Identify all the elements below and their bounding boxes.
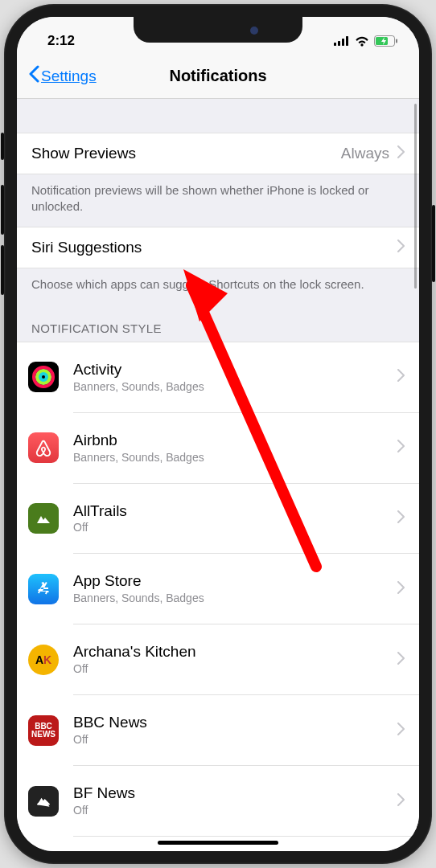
app-name: AllTrails: [73, 503, 389, 520]
back-label: Settings: [41, 68, 97, 85]
airbnb-icon: [28, 432, 59, 463]
app-row-bfnews[interactable]: BF NewsOff: [17, 766, 419, 836]
chevron-right-icon: [389, 641, 405, 679]
notification-style-header: NOTIFICATION STYLE: [17, 304, 419, 342]
volume-up-button[interactable]: [1, 185, 4, 235]
bbc-icon: BBCNEWS: [28, 715, 59, 746]
chevron-right-icon: [397, 145, 405, 162]
app-subtitle: Off: [73, 662, 389, 675]
app-row-appstore[interactable]: App StoreBanners, Sounds, Badges: [17, 554, 419, 624]
svg-rect-0: [334, 43, 336, 46]
battery-charging-icon: [374, 35, 398, 47]
cellular-signal-icon: [334, 36, 350, 46]
phone-screen: 2:12 Settings Notifications: [17, 17, 419, 851]
show-previews-footer: Notification previews will be shown whet…: [17, 174, 419, 227]
chevron-right-icon: [397, 240, 405, 256]
bfnews-icon: [28, 786, 59, 817]
show-previews-value: Always: [341, 145, 389, 162]
chevron-right-icon: [389, 358, 405, 396]
alltrails-icon: [28, 503, 59, 534]
app-row-airbnb[interactable]: AirbnbBanners, Sounds, Badges: [17, 413, 419, 483]
volume-down-button[interactable]: [1, 245, 4, 295]
appstore-icon: [28, 574, 59, 604]
home-indicator[interactable]: [158, 841, 278, 845]
app-name: App Store: [73, 573, 389, 590]
app-name: Airbnb: [73, 432, 389, 449]
nav-bar: Settings Notifications: [17, 54, 419, 99]
app-subtitle: Off: [73, 804, 389, 817]
app-subtitle: Off: [73, 733, 389, 746]
scroll-indicator: [414, 104, 417, 289]
siri-suggestions-label: Siri Suggestions: [31, 239, 397, 256]
status-time: 2:12: [47, 33, 75, 49]
chevron-left-icon: [28, 65, 39, 87]
svg-rect-3: [346, 36, 348, 46]
app-name: Archana's Kitchen: [73, 644, 389, 661]
phone-frame: 2:12 Settings Notifications: [4, 4, 432, 864]
app-row-archanas[interactable]: AKArchana's KitchenOff: [17, 624, 419, 694]
app-subtitle: Banners, Sounds, Badges: [73, 380, 389, 393]
app-row-alltrails[interactable]: AllTrailsOff: [17, 484, 419, 554]
mute-switch[interactable]: [1, 133, 4, 160]
power-button[interactable]: [432, 205, 435, 282]
svg-rect-1: [338, 41, 340, 46]
chevron-right-icon: [389, 711, 405, 750]
wifi-icon: [355, 36, 369, 47]
svg-rect-5: [376, 37, 388, 45]
status-right: [334, 35, 398, 47]
chevron-right-icon: [389, 570, 405, 608]
app-subtitle: Banners, Sounds, Badges: [73, 451, 389, 464]
siri-suggestions-footer: Choose which apps can suggest Shortcuts …: [17, 268, 419, 304]
archanas-icon: AK: [28, 645, 59, 675]
app-row-activity[interactable]: ActivityBanners, Sounds, Badges: [17, 342, 419, 412]
app-subtitle: Banners, Sounds, Badges: [73, 592, 389, 604]
svg-rect-2: [342, 39, 344, 46]
app-name: BF News: [73, 785, 389, 802]
app-subtitle: Off: [73, 521, 389, 534]
app-name: BBC News: [73, 714, 389, 731]
chevron-right-icon: [389, 782, 405, 821]
app-name: Activity: [73, 362, 389, 379]
chevron-right-icon: [389, 499, 405, 538]
show-previews-cell[interactable]: Show Previews Always: [17, 133, 419, 174]
app-list: ActivityBanners, Sounds, BadgesAirbnbBan…: [17, 342, 419, 851]
chevron-right-icon: [389, 428, 405, 467]
content-scroll[interactable]: Show Previews Always Notification previe…: [17, 99, 419, 851]
activity-icon: [28, 362, 59, 392]
notch: [134, 17, 302, 43]
show-previews-label: Show Previews: [31, 145, 341, 162]
svg-rect-6: [396, 39, 397, 43]
page-title: Notifications: [169, 67, 266, 85]
siri-suggestions-cell[interactable]: Siri Suggestions: [17, 227, 419, 268]
back-button[interactable]: Settings: [28, 65, 97, 87]
app-row-bbc[interactable]: BBCNEWSBBC NewsOff: [17, 695, 419, 765]
